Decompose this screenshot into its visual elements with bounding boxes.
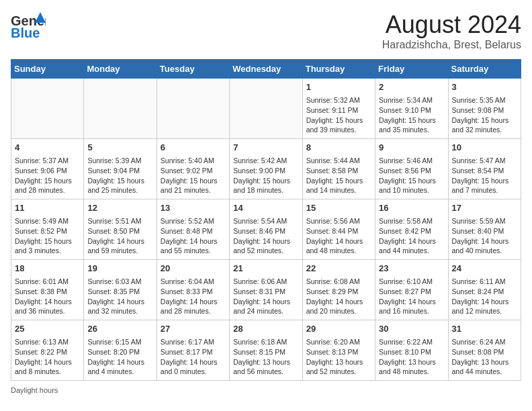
- day-number: 7: [233, 142, 298, 154]
- day-number: 12: [87, 202, 152, 214]
- sunset-text: Sunset: 8:52 PM: [15, 226, 80, 236]
- sunset-text: Sunset: 8:31 PM: [233, 287, 298, 297]
- calendar-cell: 20Sunrise: 6:04 AMSunset: 8:33 PMDayligh…: [157, 260, 229, 320]
- sunrise-text: Sunrise: 6:13 AM: [15, 337, 80, 347]
- calendar-cell: 29Sunrise: 6:20 AMSunset: 8:13 PMDayligh…: [302, 320, 375, 381]
- day-number: 13: [161, 202, 226, 214]
- daylight-text: Daylight: 15 hours and 39 minutes.: [306, 116, 371, 135]
- sunset-text: Sunset: 9:08 PM: [452, 105, 517, 116]
- calendar-cell: 10Sunrise: 5:47 AMSunset: 8:54 PMDayligh…: [448, 139, 521, 199]
- sunset-text: Sunset: 8:42 PM: [379, 226, 444, 236]
- sunset-text: Sunset: 8:46 PM: [233, 226, 298, 236]
- daylight-text: Daylight: 13 hours and 44 minutes.: [452, 357, 517, 377]
- day-number: 5: [87, 142, 152, 154]
- weekday-header-thursday: Thursday: [302, 60, 375, 79]
- sunset-text: Sunset: 8:29 PM: [306, 287, 371, 297]
- sunrise-text: Sunrise: 6:03 AM: [87, 277, 152, 287]
- week-row-5: 25Sunrise: 6:13 AMSunset: 8:22 PMDayligh…: [11, 320, 521, 381]
- day-number: 6: [161, 142, 226, 154]
- day-number: 15: [306, 202, 371, 214]
- sunset-text: Sunset: 8:50 PM: [87, 226, 152, 236]
- sunrise-text: Sunrise: 5:32 AM: [306, 95, 371, 105]
- sunrise-text: Sunrise: 5:58 AM: [379, 216, 444, 226]
- sunset-text: Sunset: 8:17 PM: [161, 347, 226, 357]
- weekday-header-row: SundayMondayTuesdayWednesdayThursdayFrid…: [11, 60, 521, 79]
- day-number: 1: [306, 81, 371, 93]
- sunrise-text: Sunrise: 6:22 AM: [379, 337, 444, 347]
- day-number: 28: [233, 323, 298, 335]
- day-number: 25: [15, 323, 80, 335]
- daylight-text: Daylight: 13 hours and 52 minutes.: [306, 357, 371, 377]
- week-row-3: 11Sunrise: 5:49 AMSunset: 8:52 PMDayligh…: [11, 199, 521, 260]
- calendar-cell: 16Sunrise: 5:58 AMSunset: 8:42 PMDayligh…: [375, 199, 448, 260]
- sunrise-text: Sunrise: 5:44 AM: [306, 156, 371, 166]
- sunrise-text: Sunrise: 5:52 AM: [161, 216, 226, 226]
- sunset-text: Sunset: 9:06 PM: [15, 166, 80, 176]
- sunrise-text: Sunrise: 6:08 AM: [306, 277, 371, 287]
- calendar-cell: 8Sunrise: 5:44 AMSunset: 8:58 PMDaylight…: [302, 139, 375, 199]
- daylight-text: Daylight: 15 hours and 28 minutes.: [15, 176, 80, 195]
- sunrise-text: Sunrise: 6:06 AM: [233, 277, 298, 287]
- daylight-text: Daylight: 14 hours and 36 minutes.: [15, 297, 80, 316]
- daylight-text: Daylight: 15 hours and 14 minutes.: [306, 176, 371, 195]
- daylight-text: Daylight: 15 hours and 21 minutes.: [161, 176, 226, 195]
- weekday-header-monday: Monday: [84, 60, 157, 79]
- sunset-text: Sunset: 8:40 PM: [452, 226, 517, 236]
- daylight-text: Daylight: 15 hours and 7 minutes.: [452, 176, 517, 195]
- sunset-text: Sunset: 9:04 PM: [87, 166, 152, 176]
- daylight-text: Daylight: 14 hours and 44 minutes.: [379, 236, 444, 256]
- daylight-text: Daylight: 14 hours and 40 minutes.: [452, 236, 517, 256]
- day-number: 4: [15, 142, 80, 154]
- header: General Blue August 2024 Haradzishcha, B…: [11, 11, 521, 51]
- sunset-text: Sunset: 8:58 PM: [306, 166, 371, 176]
- footer-note: Daylight hours: [11, 386, 521, 394]
- daylight-text: Daylight: 13 hours and 56 minutes.: [233, 357, 298, 377]
- sunrise-text: Sunrise: 5:59 AM: [452, 216, 517, 226]
- logo: General Blue: [11, 11, 47, 40]
- page: General Blue August 2024 Haradzishcha, B…: [0, 0, 532, 405]
- calendar-cell: 3Sunrise: 5:35 AMSunset: 9:08 PMDaylight…: [448, 79, 521, 139]
- sunset-text: Sunset: 9:11 PM: [306, 105, 371, 116]
- calendar-cell: [230, 79, 302, 139]
- sunset-text: Sunset: 8:10 PM: [379, 347, 444, 357]
- day-number: 14: [233, 202, 298, 214]
- daylight-text: Daylight: 14 hours and 0 minutes.: [161, 357, 226, 377]
- sunset-text: Sunset: 9:10 PM: [379, 105, 444, 116]
- calendar-cell: 19Sunrise: 6:03 AMSunset: 8:35 PMDayligh…: [84, 260, 157, 320]
- day-number: 11: [15, 202, 80, 214]
- daylight-text: Daylight: 14 hours and 48 minutes.: [306, 236, 371, 256]
- calendar-cell: 4Sunrise: 5:37 AMSunset: 9:06 PMDaylight…: [11, 139, 84, 199]
- sunset-text: Sunset: 8:48 PM: [161, 226, 226, 236]
- day-number: 8: [306, 142, 371, 154]
- day-number: 17: [452, 202, 517, 214]
- daylight-text: Daylight: 14 hours and 55 minutes.: [161, 236, 226, 256]
- sunset-text: Sunset: 8:24 PM: [452, 287, 517, 297]
- calendar-cell: 5Sunrise: 5:39 AMSunset: 9:04 PMDaylight…: [84, 139, 157, 199]
- sunset-text: Sunset: 9:00 PM: [233, 166, 298, 176]
- calendar-cell: 12Sunrise: 5:51 AMSunset: 8:50 PMDayligh…: [84, 199, 157, 260]
- calendar-cell: 1Sunrise: 5:32 AMSunset: 9:11 PMDaylight…: [302, 79, 375, 139]
- daylight-text: Daylight: 14 hours and 8 minutes.: [15, 357, 80, 377]
- sunset-text: Sunset: 8:20 PM: [87, 347, 152, 357]
- weekday-header-sunday: Sunday: [11, 60, 84, 79]
- daylight-note: Daylight hours: [11, 386, 58, 394]
- main-title: August 2024: [382, 11, 521, 39]
- sunrise-text: Sunrise: 5:34 AM: [379, 95, 444, 105]
- sunset-text: Sunset: 8:15 PM: [233, 347, 298, 357]
- sunrise-text: Sunrise: 5:35 AM: [452, 95, 517, 105]
- sunset-text: Sunset: 8:33 PM: [161, 287, 226, 297]
- day-number: 21: [233, 263, 298, 275]
- daylight-text: Daylight: 14 hours and 28 minutes.: [161, 297, 226, 316]
- calendar-cell: [11, 79, 84, 139]
- calendar-cell: 27Sunrise: 6:17 AMSunset: 8:17 PMDayligh…: [157, 320, 229, 381]
- daylight-text: Daylight: 14 hours and 16 minutes.: [379, 297, 444, 316]
- day-number: 9: [379, 142, 444, 154]
- daylight-text: Daylight: 14 hours and 59 minutes.: [87, 236, 152, 256]
- calendar-cell: 30Sunrise: 6:22 AMSunset: 8:10 PMDayligh…: [375, 320, 448, 381]
- day-number: 19: [87, 263, 152, 275]
- week-row-4: 18Sunrise: 6:01 AMSunset: 8:38 PMDayligh…: [11, 260, 521, 320]
- day-number: 3: [452, 81, 517, 93]
- calendar-cell: 23Sunrise: 6:10 AMSunset: 8:27 PMDayligh…: [375, 260, 448, 320]
- sunrise-text: Sunrise: 5:54 AM: [233, 216, 298, 226]
- sunrise-text: Sunrise: 6:20 AM: [306, 337, 371, 347]
